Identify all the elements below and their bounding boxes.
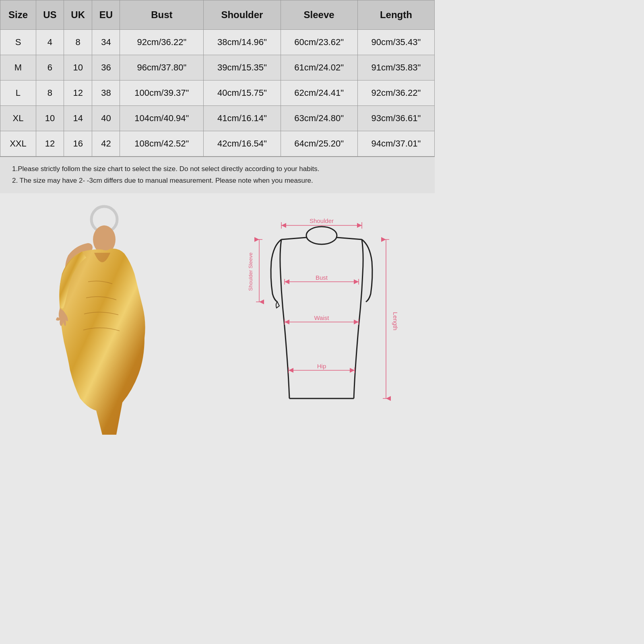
table-cell: 91cm/35.83" (357, 55, 434, 80)
table-cell: 41cm/16.14" (204, 106, 281, 131)
table-cell: 38 (92, 80, 120, 106)
svg-text:Shoulder Sleeve: Shoulder Sleeve (248, 252, 254, 291)
table-row: XXL121642108cm/42.52"42cm/16.54"64cm/25.… (0, 131, 435, 157)
table-header-cell: Bust (120, 0, 204, 30)
svg-text:Hip: Hip (317, 363, 326, 369)
table-cell: M (0, 55, 36, 80)
table-cell: 42cm/16.54" (204, 131, 281, 157)
note-line-2: 2. The size may have 2- -3cm differs due… (12, 175, 423, 187)
svg-line-4 (337, 237, 362, 239)
notes-section: 1.Please strictly follom the size chart … (0, 157, 435, 193)
table-cell: 8 (36, 80, 64, 106)
table-cell: 61cm/24.02" (281, 55, 357, 80)
table-cell: 14 (64, 106, 92, 131)
table-cell: 92cm/36.22" (120, 30, 204, 55)
table-cell: 96cm/37.80" (120, 55, 204, 80)
size-chart-section: SizeUSUKEUBustShoulderSleeveLength S4834… (0, 0, 435, 157)
table-header-cell: US (36, 0, 64, 30)
table-header-row: SizeUSUKEUBustShoulderSleeveLength (0, 0, 435, 30)
table-cell: 63cm/24.80" (281, 106, 357, 131)
table-cell: 6 (36, 55, 64, 80)
svg-text:Waist: Waist (314, 314, 330, 321)
measurement-diagram-svg: Shoulder Bust Waist Hip Length (241, 213, 402, 423)
table-cell: 62cm/24.41" (281, 80, 357, 106)
table-row: XL101440104cm/40.94"41cm/16.14"63cm/24.8… (0, 106, 435, 131)
table-row: L81238100cm/39.37"40cm/15.75"62cm/24.41"… (0, 80, 435, 106)
table-cell: 12 (64, 80, 92, 106)
table-cell: 4 (36, 30, 64, 55)
dress-photo (0, 193, 208, 443)
size-table: SizeUSUKEUBustShoulderSleeveLength S4834… (0, 0, 435, 157)
table-cell: 39cm/15.35" (204, 55, 281, 80)
svg-text:Length: Length (392, 312, 399, 330)
svg-point-2 (306, 227, 337, 244)
table-cell: 40 (92, 106, 120, 131)
table-cell: 100cm/39.37" (120, 80, 204, 106)
svg-text:Bust: Bust (316, 274, 328, 281)
table-cell: 16 (64, 131, 92, 157)
table-cell: 40cm/15.75" (204, 80, 281, 106)
table-cell: 36 (92, 55, 120, 80)
table-row: S483492cm/36.22"38cm/14.96"60cm/23.62"90… (0, 30, 435, 55)
bottom-section: Shoulder Bust Waist Hip Length (0, 193, 435, 443)
table-cell: 90cm/35.43" (357, 30, 434, 55)
table-header-cell: Size (0, 0, 36, 30)
diagram-section: Shoulder Bust Waist Hip Length (208, 193, 435, 443)
table-row: M6103696cm/37.80"39cm/15.35"61cm/24.02"9… (0, 55, 435, 80)
note-line-1: 1.Please strictly follom the size chart … (12, 163, 423, 175)
table-cell: 34 (92, 30, 120, 55)
table-cell: 42 (92, 131, 120, 157)
table-header-cell: Shoulder (204, 0, 281, 30)
table-cell: 8 (64, 30, 92, 55)
table-cell: 104cm/40.94" (120, 106, 204, 131)
table-cell: 38cm/14.96" (204, 30, 281, 55)
table-header-cell: Length (357, 0, 434, 30)
table-cell: 60cm/23.62" (281, 30, 357, 55)
dress-illustration (36, 201, 173, 435)
svg-text:Shoulder: Shoulder (310, 217, 334, 224)
table-header-cell: UK (64, 0, 92, 30)
svg-line-3 (281, 237, 306, 239)
table-cell: 94cm/37.01" (357, 131, 434, 157)
table-cell: 92cm/36.22" (357, 80, 434, 106)
table-cell: 10 (64, 55, 92, 80)
table-cell: S (0, 30, 36, 55)
table-cell: 108cm/42.52" (120, 131, 204, 157)
table-cell: 64cm/25.20" (281, 131, 357, 157)
table-cell: 10 (36, 106, 64, 131)
table-cell: XXL (0, 131, 36, 157)
table-cell: 12 (36, 131, 64, 157)
table-cell: XL (0, 106, 36, 131)
table-header-cell: Sleeve (281, 0, 357, 30)
table-cell: 93cm/36.61" (357, 106, 434, 131)
table-cell: L (0, 80, 36, 106)
table-header-cell: EU (92, 0, 120, 30)
